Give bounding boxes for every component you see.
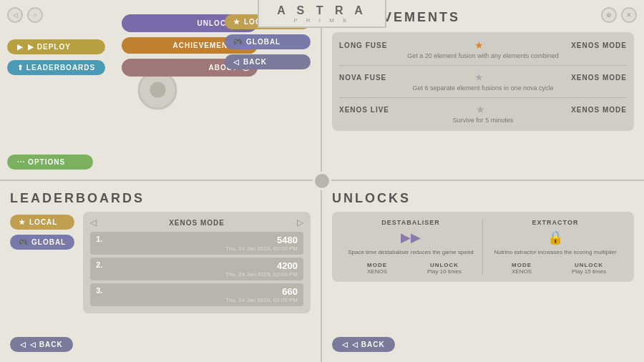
global-tab-lb[interactable]: 🎮 GLOBAL: [10, 235, 74, 250]
extractor-icon: 🔒: [547, 230, 563, 245]
destabaliser-mode-value: XENOS: [367, 268, 387, 275]
extractor-desc: Nutrino extractor increases the scoring …: [494, 249, 616, 256]
lb-date-1: Thu, 24 Jan 2019, 02:00 PM: [225, 245, 298, 252]
leaderboards-title: LEADERBOARDS: [10, 191, 311, 206]
long-fuse-star: ★: [474, 39, 484, 51]
unlock-extractor: EXTRACTOR 🔒 Nutrino extractor increases …: [484, 219, 627, 275]
share-icon: ⊕: [606, 11, 612, 19]
nova-fuse-name: NOVA FUSE: [339, 74, 386, 82]
app-title: A S T R A: [259, 4, 385, 17]
back-label-top: BACK: [243, 58, 267, 66]
back-button-lb[interactable]: ◁ ◁ BACK: [10, 337, 73, 352]
nav-circle-icon: ○: [33, 11, 36, 19]
destabaliser-desc: Space time destabaliser reduces the game…: [348, 249, 474, 256]
nav-dots-area: ◁ ○: [7, 7, 43, 23]
lb-prev-arrow[interactable]: ◁: [90, 217, 97, 228]
lb-score-1: 5480: [277, 235, 298, 245]
nav-circle-dot[interactable]: ○: [27, 7, 43, 23]
options-button[interactable]: ··· OPTIONS: [7, 155, 93, 170]
local-tab-lb[interactable]: ★ LOCAL: [10, 215, 74, 230]
achievement-long-fuse: LONG FUSE ★ XENOS MODE Get a 20 element …: [339, 39, 627, 59]
back-unlocks-label: ◁ BACK: [352, 341, 385, 348]
nova-fuse-star: ★: [474, 72, 484, 83]
lb-date-2: Thu, 24 Jan 2019, 02:04 PM: [225, 271, 298, 278]
share-button[interactable]: ⊕: [601, 7, 617, 23]
destabaliser-name: DESTABALISER: [381, 219, 439, 226]
destabaliser-unlock-label: UNLOCK: [430, 262, 459, 268]
unlocks-grid: DESTABALISER ▶▶ Space time destabaliser …: [332, 212, 634, 282]
global-tab-top[interactable]: 🎮 GLOBAL: [225, 34, 311, 49]
global-icon-top: 🎮: [233, 38, 243, 46]
achievement-nova-fuse: NOVA FUSE ★ XENOS MODE Get 6 separate el…: [339, 72, 627, 92]
lb-score-3: 660: [282, 286, 298, 297]
global-icon-lb: 🎮: [19, 238, 28, 246]
close-button[interactable]: ✕: [621, 7, 637, 23]
global-tab-label: GLOBAL: [246, 38, 280, 46]
deploy-label: ▶ DEPLOY: [28, 43, 71, 51]
local-lb-label: LOCAL: [29, 218, 57, 226]
app-subtitle: P R I M E: [259, 17, 385, 24]
nav-icons-area: ⊕ ✕: [601, 7, 637, 23]
lb-date-3: Thu, 24 Jan 2019, 02:05 PM: [225, 297, 298, 303]
lb-mode-label: XENOS MODE: [169, 219, 225, 227]
leaderboards-button[interactable]: ⬆ LEADERBOARDS: [7, 60, 105, 75]
lb-rank-3: 3.: [96, 286, 102, 295]
destabaliser-icon: ▶▶: [401, 230, 421, 245]
unlock-destabaliser: DESTABALISER ▶▶ Space time destabaliser …: [339, 219, 482, 275]
lb-rank-2: 2.: [96, 260, 102, 269]
long-fuse-name: LONG FUSE: [339, 41, 387, 49]
back-arrow-lb: ◁: [20, 341, 26, 348]
leaderboards-label: ⬆ LEADERBOARDS: [17, 64, 95, 72]
deploy-icon: ▶: [17, 43, 24, 51]
xenos-live-star: ★: [476, 104, 485, 115]
nova-fuse-desc: Get 6 separate element fusions in one no…: [339, 84, 627, 92]
long-fuse-desc: Get a 20 element fusion with any element…: [339, 52, 627, 59]
deploy-button[interactable]: ▶ ▶ DEPLOY: [7, 39, 105, 54]
lb-row-3: 3. 660 Thu, 24 Jan 2019, 02:05 PM: [90, 283, 303, 306]
lb-row-1: 1. 5480 Thu, 24 Jan 2019, 02:00 PM: [90, 232, 303, 255]
back-button-unlocks[interactable]: ◁ ◁ BACK: [332, 337, 395, 352]
lb-rank-1: 1.: [96, 235, 102, 243]
leaderboard-table: ◁ XENOS MODE ▷ 1. 5480 Thu, 24 Jan 2019,…: [83, 212, 311, 313]
unlocks-title: UNLOCKS: [332, 191, 634, 206]
lb-next-arrow[interactable]: ▷: [297, 217, 303, 228]
extractor-unlock-label: UNLOCK: [575, 262, 603, 268]
extractor-name: EXTRACTOR: [532, 219, 579, 226]
extractor-unlock-value: Play 15 times: [572, 268, 606, 275]
local-star-icon: ★: [233, 18, 240, 26]
extractor-mode-label: MODE: [512, 262, 532, 268]
back-button-top[interactable]: ◁ BACK: [225, 54, 311, 69]
xenos-live-mode: XENOS MODE: [571, 106, 627, 114]
back-arrow-unlocks: ◁: [342, 341, 348, 348]
xenos-live-name: XENOS LIVE: [339, 106, 389, 114]
options-label: ··· OPTIONS: [17, 158, 65, 166]
long-fuse-mode: XENOS MODE: [571, 41, 627, 49]
nova-fuse-mode: XENOS MODE: [571, 74, 627, 82]
lb-score-2: 4200: [277, 260, 298, 271]
back-lb-label: ◁ BACK: [30, 341, 63, 348]
center-connector: [313, 172, 331, 190]
destabaliser-unlock-value: Play 10 times: [427, 268, 462, 275]
destabaliser-mode-label: MODE: [367, 262, 387, 268]
extractor-mode-value: XENOS: [512, 268, 532, 275]
global-lb-label: GLOBAL: [31, 238, 66, 246]
xenos-live-desc: Survive for 5 minutes: [339, 117, 627, 124]
lb-row-2: 2. 4200 Thu, 24 Jan 2019, 02:04 PM: [90, 258, 303, 280]
local-star-lb: ★: [19, 218, 26, 226]
achievements-list: LONG FUSE ★ XENOS MODE Get a 20 element …: [332, 32, 634, 131]
nav-back-icon: ◁: [13, 11, 18, 19]
back-arrow-top: ◁: [233, 58, 240, 66]
close-icon: ✕: [626, 11, 632, 19]
achievement-xenos-live: XENOS LIVE ★ XENOS MODE Survive for 5 mi…: [339, 104, 627, 124]
nav-back-dot[interactable]: ◁: [7, 7, 23, 23]
